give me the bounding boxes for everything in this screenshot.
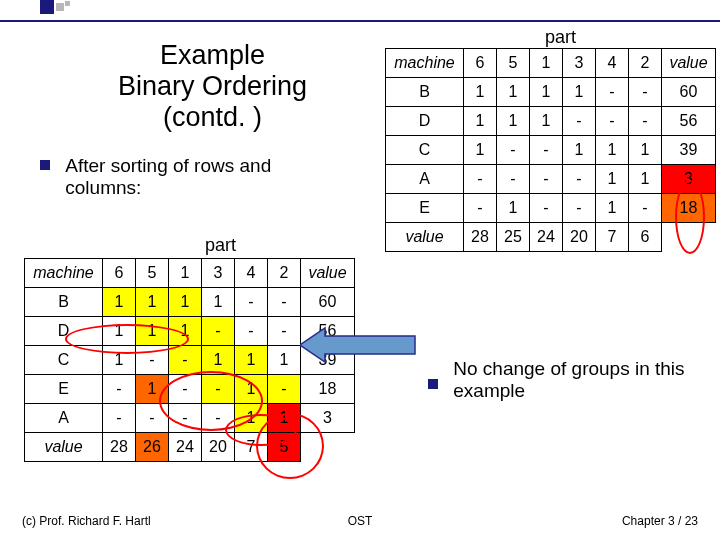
- footer-label: value: [25, 433, 103, 462]
- cell: 1: [497, 78, 530, 107]
- row-machine: E: [386, 194, 464, 223]
- cell: -: [202, 317, 235, 346]
- cell: -: [497, 136, 530, 165]
- row-value: 60: [662, 78, 716, 107]
- footer-cell: 28: [464, 223, 497, 252]
- cell: -: [103, 404, 136, 433]
- header-cell: 1: [530, 49, 563, 78]
- ring-icon: [65, 324, 189, 354]
- table-row: D111---56: [386, 107, 716, 136]
- bullet-square-icon: [40, 160, 50, 170]
- cell: 1: [530, 78, 563, 107]
- row-value: 39: [662, 136, 716, 165]
- header-value: value: [662, 49, 716, 78]
- header-cell: 2: [629, 49, 662, 78]
- cell: 1: [629, 136, 662, 165]
- ring-icon: [256, 413, 324, 479]
- cell: -: [268, 317, 301, 346]
- header-cell: 3: [202, 259, 235, 288]
- table-row: B1111--60: [386, 78, 716, 107]
- footer-cell: 25: [497, 223, 530, 252]
- header-cell: 6: [464, 49, 497, 78]
- bullet-square-icon: [428, 379, 438, 389]
- table-row: B1111--60: [25, 288, 355, 317]
- row-machine: A: [25, 404, 103, 433]
- body-bullet: After sorting of rows andcolumns:: [40, 155, 271, 199]
- header-cell: 6: [103, 259, 136, 288]
- cell: -: [464, 194, 497, 223]
- footer-chapter: Chapter 3 / 23: [622, 514, 698, 528]
- cell: -: [629, 194, 662, 223]
- row-machine: B: [386, 78, 464, 107]
- top-border: [0, 0, 720, 22]
- header-cell: 5: [136, 259, 169, 288]
- footer-cell: 7: [596, 223, 629, 252]
- cell: 1: [464, 136, 497, 165]
- table-sorted-top: machine651342valueB1111--60D111---56C1--…: [385, 48, 716, 252]
- slide-title: Example Binary Ordering (contd. ): [65, 40, 360, 133]
- cell: -: [530, 194, 563, 223]
- table-row: C1--11139: [386, 136, 716, 165]
- cell: -: [596, 107, 629, 136]
- footer-cell: 26: [136, 433, 169, 462]
- title-line-1: Example: [65, 40, 360, 71]
- side-note: No change of groups in this example: [428, 358, 713, 402]
- row-value: 18: [301, 375, 355, 404]
- cell: 1: [563, 136, 596, 165]
- cell: 1: [169, 288, 202, 317]
- title-line-3: (contd. ): [65, 102, 360, 133]
- arrow-icon: [300, 320, 420, 370]
- row-machine: C: [386, 136, 464, 165]
- cell: -: [596, 78, 629, 107]
- row-value: 60: [301, 288, 355, 317]
- footer-cell: 24: [530, 223, 563, 252]
- footer-cell: 20: [563, 223, 596, 252]
- accent-square-1: [40, 0, 54, 14]
- header-cell: 1: [169, 259, 202, 288]
- cell: 1: [596, 194, 629, 223]
- part-label-top: part: [545, 27, 576, 48]
- cell: -: [268, 375, 301, 404]
- cell: -: [235, 288, 268, 317]
- cell: -: [235, 317, 268, 346]
- cell: -: [629, 107, 662, 136]
- cell: -: [103, 375, 136, 404]
- footer-center: OST: [0, 514, 720, 528]
- header-cell: 4: [596, 49, 629, 78]
- part-label-bottom: part: [205, 235, 236, 256]
- cell: 1: [202, 288, 235, 317]
- cell: -: [497, 165, 530, 194]
- accent-square-3: [65, 1, 70, 6]
- footer-cell: 24: [169, 433, 202, 462]
- header-machine: machine: [25, 259, 103, 288]
- cell: 1: [530, 107, 563, 136]
- cell: 1: [563, 78, 596, 107]
- row-machine: B: [25, 288, 103, 317]
- cell: 1: [235, 346, 268, 375]
- cell: -: [530, 165, 563, 194]
- header-cell: 5: [497, 49, 530, 78]
- row-machine: A: [386, 165, 464, 194]
- table-row: A----113: [386, 165, 716, 194]
- cell: 1: [629, 165, 662, 194]
- header-cell: 2: [268, 259, 301, 288]
- cell: -: [563, 194, 596, 223]
- ring-icon: [675, 180, 705, 254]
- cell: 1: [497, 107, 530, 136]
- cell: -: [464, 165, 497, 194]
- header-cell: 4: [235, 259, 268, 288]
- cell: 1: [497, 194, 530, 223]
- cell: 1: [464, 107, 497, 136]
- svg-marker-0: [300, 328, 415, 362]
- title-line-2: Binary Ordering: [65, 71, 360, 102]
- cell: -: [268, 288, 301, 317]
- cell: 1: [268, 346, 301, 375]
- cell: -: [563, 107, 596, 136]
- side-note-text: No change of groups in this example: [453, 358, 713, 402]
- header-value: value: [301, 259, 355, 288]
- footer-label: value: [386, 223, 464, 252]
- cell: 1: [103, 288, 136, 317]
- body-bullet-text: After sorting of rows andcolumns:: [65, 155, 271, 199]
- footer-cell: 28: [103, 433, 136, 462]
- row-machine: D: [386, 107, 464, 136]
